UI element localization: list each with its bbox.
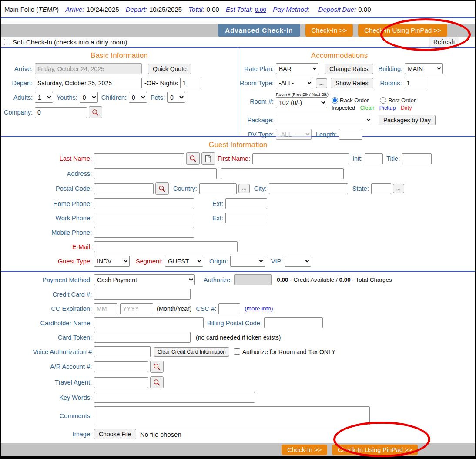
postal-code-input[interactable] bbox=[94, 183, 154, 194]
ar-account-input[interactable] bbox=[94, 361, 148, 372]
children-select[interactable]: 0 bbox=[129, 92, 147, 103]
email-input[interactable] bbox=[94, 241, 238, 252]
checkin-button-top[interactable]: Check-In >> bbox=[305, 24, 353, 37]
city-input[interactable] bbox=[269, 183, 348, 194]
ar-account-row: A/R Account #: bbox=[1, 361, 475, 373]
home-ext-input[interactable] bbox=[225, 198, 267, 209]
soft-checkin-checkbox[interactable] bbox=[4, 39, 10, 45]
clear-cc-button[interactable]: Clear Credit Card Information bbox=[154, 347, 229, 357]
cc-exp-year-input[interactable] bbox=[120, 303, 153, 314]
accommodations-title: Accommodations bbox=[238, 50, 440, 63]
card-token-row: Card Token: (no card needed if token exi… bbox=[1, 332, 475, 343]
room-type-more-button[interactable]: ... bbox=[316, 78, 327, 88]
state-input[interactable] bbox=[371, 183, 391, 194]
checkin-pinpad-button-bottom[interactable]: Check-In Using PinPad >> bbox=[332, 445, 418, 455]
status-pickup: Pickup bbox=[379, 105, 396, 111]
cardholder-name-label: Cardholder Name: bbox=[1, 320, 94, 327]
refresh-button[interactable]: Refresh bbox=[429, 37, 459, 47]
advanced-checkin-button[interactable]: Advanced Check-In bbox=[218, 24, 300, 37]
title-input[interactable] bbox=[402, 153, 432, 164]
guest-type-label: Guest Type: bbox=[1, 258, 94, 265]
guest-type-select[interactable]: INDV bbox=[94, 256, 130, 267]
bottom-toolbar: Check-In >> Check-In Using PinPad >> bbox=[1, 443, 475, 456]
rate-plan-select[interactable]: BAR bbox=[276, 63, 318, 74]
credit-card-input[interactable] bbox=[94, 289, 191, 300]
youths-select[interactable]: 0 bbox=[80, 92, 98, 103]
rack-order-radio[interactable] bbox=[332, 97, 338, 104]
card-token-input[interactable] bbox=[94, 332, 191, 343]
new-guest-button[interactable] bbox=[201, 152, 215, 165]
checkin-button-bottom[interactable]: Check-In >> bbox=[282, 445, 327, 455]
csc-more-info-link[interactable]: (more info) bbox=[245, 305, 273, 312]
arrive-input bbox=[35, 63, 142, 74]
state-more-button[interactable]: ... bbox=[393, 184, 404, 193]
address-line1-input[interactable] bbox=[94, 168, 217, 179]
country-more-button[interactable]: ... bbox=[238, 184, 250, 193]
checkin-pinpad-button-top[interactable]: Check-In Using PinPad >> bbox=[358, 24, 447, 37]
travel-agent-input[interactable] bbox=[94, 377, 148, 388]
depart-input[interactable] bbox=[35, 78, 142, 88]
auth-room-tax-checkbox[interactable] bbox=[234, 348, 240, 355]
billing-postal-input[interactable] bbox=[264, 317, 323, 328]
company-search-button[interactable] bbox=[89, 106, 102, 118]
children-label: Children: bbox=[101, 94, 129, 101]
origin-select[interactable] bbox=[230, 256, 265, 267]
room-number-row: Room #: Room # (Prev Blk / Next Blk) 102… bbox=[238, 92, 475, 111]
cc-exp-month-input[interactable] bbox=[94, 303, 117, 314]
rooms-input[interactable] bbox=[404, 78, 426, 88]
cardholder-name-input[interactable] bbox=[94, 317, 204, 328]
work-phone-input[interactable] bbox=[94, 213, 194, 223]
comments-textarea[interactable] bbox=[94, 406, 370, 425]
folio-header: Main Folio (TEMP) Arrive:10/24/2025 Depa… bbox=[1, 1, 475, 18]
company-input[interactable] bbox=[35, 107, 87, 118]
country-input[interactable] bbox=[199, 183, 237, 194]
guest-search-button[interactable] bbox=[186, 152, 200, 165]
est-total-link[interactable]: 0.00 bbox=[255, 7, 266, 13]
ar-account-search-button[interactable] bbox=[150, 361, 164, 373]
init-input[interactable] bbox=[365, 153, 383, 164]
first-name-input[interactable] bbox=[252, 153, 349, 164]
work-ext-input[interactable] bbox=[225, 213, 267, 223]
postal-code-label: Postal Code: bbox=[1, 185, 94, 192]
guest-information-title: Guest Information bbox=[1, 139, 475, 152]
depart-summary-value: 10/25/2025 bbox=[149, 6, 182, 13]
travel-agent-label: Travel Agent: bbox=[1, 379, 94, 386]
vip-select[interactable] bbox=[285, 256, 311, 267]
payment-method-select[interactable]: Cash Payment bbox=[94, 274, 195, 285]
guest-type-row: Guest Type: INDV Segment: GUEST Origin: … bbox=[1, 256, 475, 267]
home-phone-input[interactable] bbox=[94, 198, 194, 209]
mobile-phone-input[interactable] bbox=[94, 227, 194, 238]
rack-order-option: Rack Order bbox=[332, 97, 369, 104]
address-line2-input[interactable] bbox=[221, 168, 344, 179]
postal-search-button[interactable] bbox=[155, 182, 169, 195]
segment-select[interactable]: GUEST bbox=[165, 256, 203, 267]
ar-account-label: A/R Account #: bbox=[1, 363, 94, 370]
packages-by-day-button[interactable]: Packages by Day bbox=[379, 115, 436, 125]
best-order-radio[interactable] bbox=[380, 97, 386, 104]
footer-black-band bbox=[1, 456, 475, 459]
room-type-select[interactable]: -ALL- bbox=[276, 78, 313, 88]
search-icon bbox=[158, 185, 166, 192]
init-label: Init: bbox=[352, 155, 365, 162]
adults-select[interactable]: 1 bbox=[35, 92, 53, 103]
nights-input[interactable] bbox=[180, 78, 201, 88]
pets-select[interactable]: 0 bbox=[167, 92, 185, 103]
room-status-legend: Inspected Clean Pickup Dirty bbox=[332, 105, 416, 111]
rv-type-select: -ALL- bbox=[276, 129, 312, 140]
building-select[interactable]: MAIN bbox=[405, 63, 443, 74]
quick-quote-button[interactable]: Quick Quote bbox=[148, 64, 191, 74]
first-name-label: First Name: bbox=[218, 155, 252, 162]
voice-auth-input[interactable] bbox=[94, 346, 151, 357]
travel-agent-search-button[interactable] bbox=[150, 376, 164, 388]
key-words-input[interactable] bbox=[94, 392, 255, 403]
room-number-select[interactable]: 102 (0/-) bbox=[276, 97, 327, 108]
choose-file-button[interactable]: Choose File bbox=[94, 429, 136, 439]
package-select[interactable] bbox=[276, 115, 372, 125]
last-name-input[interactable] bbox=[94, 153, 184, 164]
auth-room-tax-option: Authorize for Room and Tax ONLY bbox=[234, 348, 335, 355]
show-rates-button[interactable]: Show Rates bbox=[331, 78, 373, 88]
address-label: Address: bbox=[1, 170, 94, 177]
csc-input[interactable] bbox=[218, 303, 240, 314]
change-rates-button[interactable]: Change Rates bbox=[325, 64, 373, 74]
soft-checkin-label: Soft Check-In (checks into a dirty room) bbox=[13, 38, 127, 46]
